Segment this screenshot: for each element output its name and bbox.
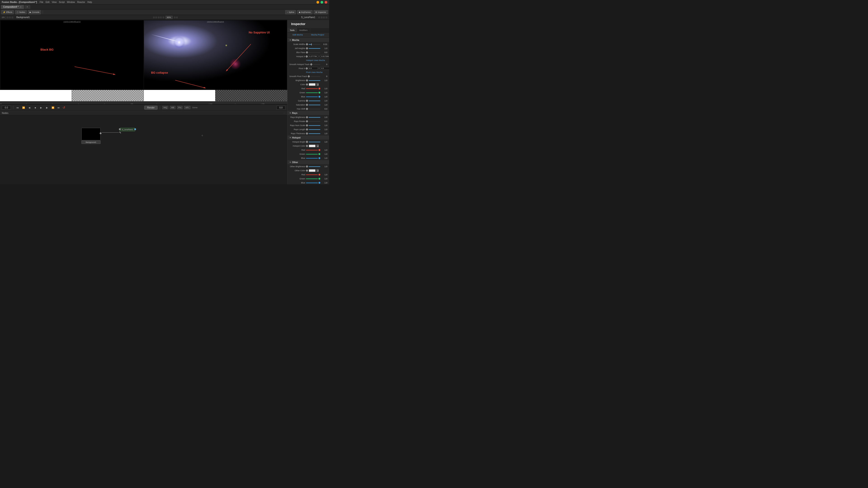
hotspot-green-slider[interactable] xyxy=(306,154,318,155)
afr-badge[interactable]: AFr: xyxy=(184,106,190,109)
node-lensflare1-label[interactable]: S_LensFlare1 xyxy=(120,128,135,131)
hotspot-color-kf[interactable] xyxy=(306,144,308,147)
node-background1-output-port[interactable] xyxy=(100,132,101,134)
smooth-hotspot-slider[interactable] xyxy=(313,64,320,65)
pivot-y-input[interactable] xyxy=(320,67,329,70)
rays-length-slider[interactable] xyxy=(309,129,320,130)
other-brightness-slider[interactable] xyxy=(309,166,320,167)
jell-heights-keyframe[interactable] xyxy=(306,47,308,50)
inspector-content[interactable]: ▼ Mocha Scale Widths 0.21 Jell Heights xyxy=(287,37,329,184)
other-red-slider[interactable] xyxy=(306,174,318,175)
jump-start-button[interactable]: ⏮ xyxy=(16,105,20,109)
rays-length-value[interactable]: 1.0 xyxy=(321,128,327,131)
mocha-project-link[interactable]: Mocha Project xyxy=(309,33,326,36)
hotspot-color-picker-button[interactable]: ◢ xyxy=(316,144,319,147)
menu-reactor[interactable]: Reactor xyxy=(77,1,85,3)
nodes-canvas[interactable]: Background1 S_LensFlare1 + xyxy=(0,116,287,184)
rays-num-scale-kf[interactable] xyxy=(306,124,308,127)
maximize-button[interactable] xyxy=(320,1,323,4)
color-swatch[interactable] xyxy=(309,83,315,86)
menu-file[interactable]: File xyxy=(40,1,43,3)
step-back-button[interactable]: ⏪ xyxy=(22,105,26,109)
menu-view[interactable]: View xyxy=(52,1,57,3)
section-header-mocha[interactable]: ▼ Mocha xyxy=(287,38,329,42)
rays-thickness-slider[interactable] xyxy=(309,133,320,134)
loop-button[interactable]: ↺ xyxy=(63,106,65,109)
blur-flare-keyframe[interactable] xyxy=(306,51,308,54)
brightness-kf[interactable] xyxy=(306,79,308,82)
red-slider[interactable] xyxy=(306,88,318,89)
blur-flare-value[interactable]: 0.0 xyxy=(321,51,327,54)
pivot-xy-keyframe[interactable] xyxy=(305,67,308,70)
prev-frame-button[interactable]: ◀ xyxy=(27,105,31,109)
scale-widths-keyframe[interactable] xyxy=(306,43,308,45)
pivot-uses-mocha-link[interactable]: Pivot Uses Mocha xyxy=(306,71,322,73)
section-header-other[interactable]: ▼ Other xyxy=(287,160,329,164)
hotspot-blue-slider[interactable] xyxy=(306,158,318,159)
menu-edit[interactable]: Edit xyxy=(46,1,50,3)
green-slider[interactable] xyxy=(306,92,318,93)
hotspot-red-value[interactable]: 1.0 xyxy=(321,149,327,151)
pivot-x-input[interactable] xyxy=(308,67,318,70)
smooth-pivot-kf[interactable] xyxy=(307,75,310,77)
section-header-rays[interactable]: ▼ Rays xyxy=(287,111,329,115)
other-red-value[interactable]: 1.0 xyxy=(321,173,327,176)
smooth-hotspot-kf[interactable] xyxy=(310,63,312,66)
color-kf[interactable] xyxy=(306,83,308,86)
brightness-slider[interactable] xyxy=(309,80,320,81)
close-button[interactable] xyxy=(324,1,327,4)
other-brightness-value[interactable]: 1.0 xyxy=(321,165,327,168)
blue-slider[interactable] xyxy=(306,96,318,97)
rays-thickness-value[interactable]: 1.0 xyxy=(321,132,327,135)
scale-widths-slider[interactable] xyxy=(309,44,320,45)
spline-button[interactable]: ~ Spline xyxy=(285,10,296,14)
saturation-kf[interactable] xyxy=(306,103,308,106)
gamma-slider[interactable] xyxy=(309,101,320,101)
other-brightness-kf[interactable] xyxy=(306,165,308,168)
effects-button[interactable]: ⚡ Effects xyxy=(1,10,14,14)
add-node-icon[interactable]: + xyxy=(201,133,203,138)
keyframes-button[interactable]: ◆ Keyframes xyxy=(297,10,312,14)
rays-brightness-value[interactable]: 1.0 xyxy=(321,116,327,119)
brightness-value[interactable]: 1.0 xyxy=(321,79,327,82)
node-lensflare1-output-port[interactable] xyxy=(134,128,136,130)
tab-modifiers[interactable]: Modifiers xyxy=(297,28,310,32)
jell-heights-slider[interactable] xyxy=(309,48,320,49)
rays-rotate-kf[interactable] xyxy=(306,120,308,123)
hotspot-red-slider[interactable] xyxy=(306,150,318,151)
blur-flare-slider[interactable] xyxy=(309,52,320,53)
smooth-pivot-value[interactable]: 0 xyxy=(321,75,327,77)
menu-script[interactable]: Script xyxy=(59,1,65,3)
color-picker-button[interactable]: ◢ xyxy=(316,83,319,86)
tab-tools[interactable]: Tools xyxy=(287,28,297,32)
menu-window[interactable]: Window xyxy=(67,1,75,3)
scale-widths-value[interactable]: 0.21 xyxy=(321,43,327,45)
tab-close-icon[interactable]: ✕ xyxy=(20,6,22,8)
prx-badge[interactable]: Prx xyxy=(177,106,183,109)
edit-mocha-link[interactable]: Edit Mocha xyxy=(291,33,305,36)
zoom-level[interactable]: 60% xyxy=(166,16,173,19)
red-value[interactable]: 1.0 xyxy=(321,88,327,90)
smooth-pivot-slider[interactable] xyxy=(311,76,320,77)
hotspot-bright-kf[interactable] xyxy=(306,140,308,143)
rays-brightness-slider[interactable] xyxy=(309,117,320,118)
other-green-slider[interactable] xyxy=(306,178,318,179)
gamma-value[interactable]: 1.0 xyxy=(321,100,327,102)
node-background1-preview[interactable] xyxy=(81,128,101,140)
menu-help[interactable]: Help xyxy=(88,1,92,3)
rays-length-kf[interactable] xyxy=(306,128,308,131)
other-color-kf[interactable] xyxy=(306,169,308,172)
next-frame-button[interactable]: ▶ xyxy=(45,105,49,109)
section-header-hotspot[interactable]: ▼ Hotspot xyxy=(287,135,329,140)
hotspot-x-input[interactable] xyxy=(308,55,318,58)
saturation-value[interactable]: 1.0 xyxy=(321,104,327,106)
rays-num-scale-slider[interactable] xyxy=(309,125,320,126)
other-blue-value[interactable]: 1.0 xyxy=(321,182,327,184)
hue-shift-value[interactable]: 0.0 xyxy=(321,108,327,110)
render-button[interactable]: Render xyxy=(144,106,158,109)
jump-end-button[interactable]: ⏭ xyxy=(57,105,61,109)
node-lensflare1-input-port[interactable] xyxy=(119,128,121,130)
hotspot-xy-keyframe[interactable] xyxy=(305,55,308,58)
hotspot-bright-value[interactable]: 1.0 xyxy=(321,141,327,143)
stop-button[interactable]: ■ xyxy=(33,105,37,109)
